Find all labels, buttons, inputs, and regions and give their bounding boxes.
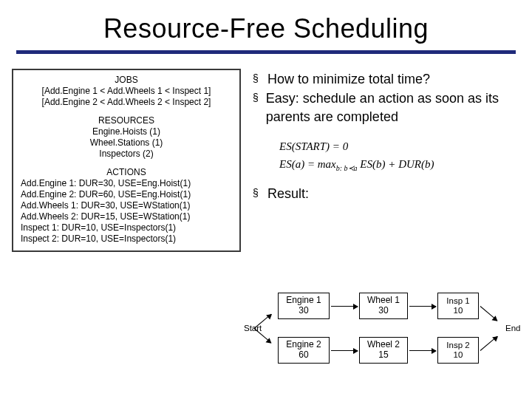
jobs-line-2: [Add.Engine 2 < Add.Wheels 2 < Inspect 2…	[18, 97, 235, 108]
start-label: Start	[244, 324, 262, 332]
arrow-i2-end	[480, 336, 498, 351]
arrow-e1-w1	[331, 306, 358, 307]
formula-rhs: ES(b) + DUR(b)	[358, 158, 434, 170]
arrow-i1-end	[480, 306, 498, 321]
formula-line-1: ES(START) = 0	[279, 137, 520, 155]
node-engine-2: Engine 2 60	[278, 337, 330, 364]
bullet-marker-icon: §	[253, 89, 259, 126]
bullet-marker-icon: §	[253, 70, 260, 88]
arrow-start-e1	[254, 314, 272, 329]
page-title: Resource-Free Scheduling	[0, 0, 532, 50]
actions-line-5: Inspect 1: DUR=10, USE=Inspectors(1)	[18, 222, 235, 233]
actions-line-4: Add.Wheels 2: DUR=15, USE=WStation(1)	[18, 211, 235, 222]
bullet-3: § Result:	[253, 185, 520, 202]
bullet-3-text: Result:	[267, 185, 309, 202]
node-engine-1: Engine 1 30	[278, 293, 330, 319]
node-insp-2-label: Insp 2	[438, 341, 478, 350]
bullet-list: § How to minimize total time? § Easy: sc…	[253, 70, 520, 126]
node-insp-2: Insp 2 10	[437, 337, 479, 364]
problem-box: JOBS [Add.Engine 1 < Add.Wheels 1 < Insp…	[12, 69, 241, 252]
node-wheel-1: Wheel 1 30	[359, 293, 408, 319]
node-wheel-2-label: Wheel 2	[360, 340, 407, 350]
jobs-line-1: [Add.Engine 1 < Add.Wheels 1 < Inspect 1…	[18, 86, 235, 97]
node-insp-1: Insp 1 10	[437, 293, 479, 319]
right-column: § How to minimize total time? § Easy: sc…	[250, 69, 520, 252]
actions-line-2: Add.Engine 2: DUR=60, USE=Eng.Hoist(1)	[18, 189, 235, 200]
resources-line-1: Engine.Hoists (1)	[18, 126, 235, 137]
result-bullet: § Result:	[253, 185, 520, 202]
formula-line-2: ES(a) = maxb: b≺a ES(b) + DUR(b)	[279, 155, 520, 174]
bullet-1-text: How to minimize total time?	[267, 70, 430, 88]
formula-subscript: b: b≺a	[336, 164, 358, 172]
node-insp-2-dur: 10	[438, 350, 478, 360]
arrow-start-e2	[254, 328, 272, 343]
bullet-2-text: Easy: schedule an action as soon as its …	[266, 89, 520, 126]
node-wheel-2-dur: 15	[360, 350, 407, 361]
schedule-diagram: Start End Engine 1 30 Engine 2 60 Wheel …	[245, 288, 526, 384]
resources-line-2: Wheel.Stations (1)	[18, 137, 235, 149]
arrow-e2-w2	[331, 350, 358, 351]
node-engine-1-label: Engine 1	[279, 296, 329, 306]
node-insp-1-label: Insp 1	[438, 296, 478, 306]
node-insp-1-dur: 10	[438, 306, 478, 316]
node-wheel-1-label: Wheel 1	[360, 296, 407, 306]
content-row: JOBS [Add.Engine 1 < Add.Wheels 1 < Insp…	[0, 64, 532, 252]
bullet-2: § Easy: schedule an action as soon as it…	[253, 89, 520, 126]
actions-line-6: Inspect 2: DUR=10, USE=Inspectors(1)	[18, 233, 235, 245]
node-engine-1-dur: 30	[279, 306, 329, 316]
jobs-head: JOBS	[18, 75, 235, 86]
resources-section: RESOURCES Engine.Hoists (1) Wheel.Statio…	[18, 115, 235, 160]
arrow-w1-i1	[409, 306, 436, 307]
resources-head: RESOURCES	[18, 115, 235, 126]
node-wheel-2: Wheel 2 15	[359, 337, 408, 364]
arrow-w2-i2	[409, 350, 436, 351]
bullet-1: § How to minimize total time?	[253, 70, 520, 88]
actions-line-3: Add.Wheels 1: DUR=30, USE=WStation(1)	[18, 200, 235, 211]
jobs-section: JOBS [Add.Engine 1 < Add.Wheels 1 < Insp…	[18, 75, 235, 108]
node-engine-2-dur: 60	[279, 350, 329, 361]
title-underline	[16, 50, 516, 54]
formula-block: ES(START) = 0 ES(a) = maxb: b≺a ES(b) + …	[279, 137, 520, 174]
actions-section: ACTIONS Add.Engine 1: DUR=30, USE=Eng.Ho…	[18, 167, 235, 245]
actions-line-1: Add.Engine 1: DUR=30, USE=Eng.Hoist(1)	[18, 178, 235, 189]
bullet-marker-icon: §	[253, 185, 260, 202]
end-label: End	[505, 324, 520, 332]
actions-head: ACTIONS	[18, 167, 235, 178]
formula-lhs: ES(a) = max	[279, 158, 336, 170]
node-wheel-1-dur: 30	[360, 306, 407, 316]
resources-line-3: Inspectors (2)	[18, 149, 235, 160]
node-engine-2-label: Engine 2	[279, 340, 329, 350]
